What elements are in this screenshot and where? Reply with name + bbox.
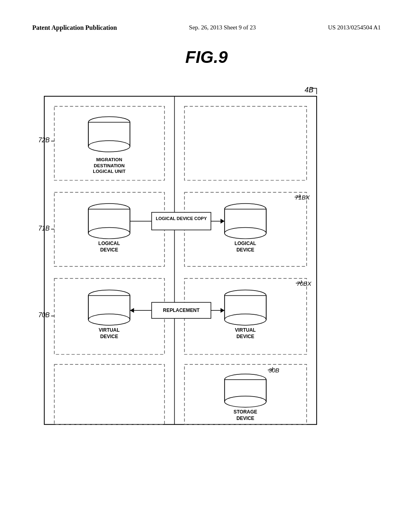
header-patent-number: US 2013/0254504 A1 <box>328 24 381 31</box>
text-migration-dest-2: DESTINATION <box>94 163 124 168</box>
virtual-dev-right-bottom <box>225 314 266 325</box>
text-storage-dev-2: DEVICE <box>236 416 254 421</box>
copy-label-box <box>152 212 211 230</box>
copy-arrow-head <box>221 219 225 224</box>
header-date-sheet: Sep. 26, 2013 Sheet 9 of 23 <box>189 24 256 31</box>
text-virtual-dev-right-1: VIRTUAL <box>235 327 256 333</box>
figure-diagram: 4B MIGRATION DESTINATION LOGICAL UNIT 72… <box>32 79 381 442</box>
text-storage-dev-1: STORAGE <box>234 409 257 415</box>
repl-arrow-head-right <box>221 308 225 313</box>
label-70b: 70B <box>38 312 50 318</box>
label-4b: 4B <box>305 86 313 94</box>
text-migration-dest-3: LOGICAL UNIT <box>93 169 125 174</box>
text-logical-device-copy-1: LOGICAL DEVICE COPY <box>156 216 207 221</box>
page-header: Patent Application Publication Sep. 26, … <box>32 24 381 31</box>
text-virtual-dev-left-1: VIRTUAL <box>99 327 120 333</box>
header-publication-label: Patent Application Publication <box>32 24 117 31</box>
repl-arrow-head-left <box>130 308 134 313</box>
label-30b: 30B <box>269 367 280 374</box>
logical-dev-left-bottom <box>88 228 130 239</box>
label-72b: 72B <box>38 137 50 143</box>
text-logical-dev-right-1: LOGICAL <box>235 241 257 246</box>
storage-dev-bottom <box>225 396 266 407</box>
label-71bx: 71BX <box>295 194 310 201</box>
logical-dev-right-bottom <box>225 228 266 239</box>
box-bottom-left-empty <box>54 364 165 424</box>
text-virtual-dev-right-2: DEVICE <box>236 334 254 339</box>
text-logical-dev-right-2: DEVICE <box>236 247 254 253</box>
text-virtual-dev-left-2: DEVICE <box>100 334 118 339</box>
text-migration-dest-1: MIGRATION <box>96 157 122 162</box>
migration-dest-cylinder-bottom <box>88 141 130 152</box>
virtual-dev-left-bottom <box>88 314 130 325</box>
diagram-area: 4B MIGRATION DESTINATION LOGICAL UNIT 72… <box>32 79 381 442</box>
text-logical-dev-left-1: LOGICAL <box>98 241 120 246</box>
text-replacement: REPLACEMENT <box>163 308 200 313</box>
figure-title: FIG.9 <box>32 48 381 67</box>
box-top-right-empty <box>184 106 307 181</box>
outer-box <box>44 96 317 424</box>
label-71b: 71B <box>38 225 50 232</box>
label-70bx: 70BX <box>296 281 311 287</box>
text-logical-dev-left-2: DEVICE <box>100 247 118 253</box>
